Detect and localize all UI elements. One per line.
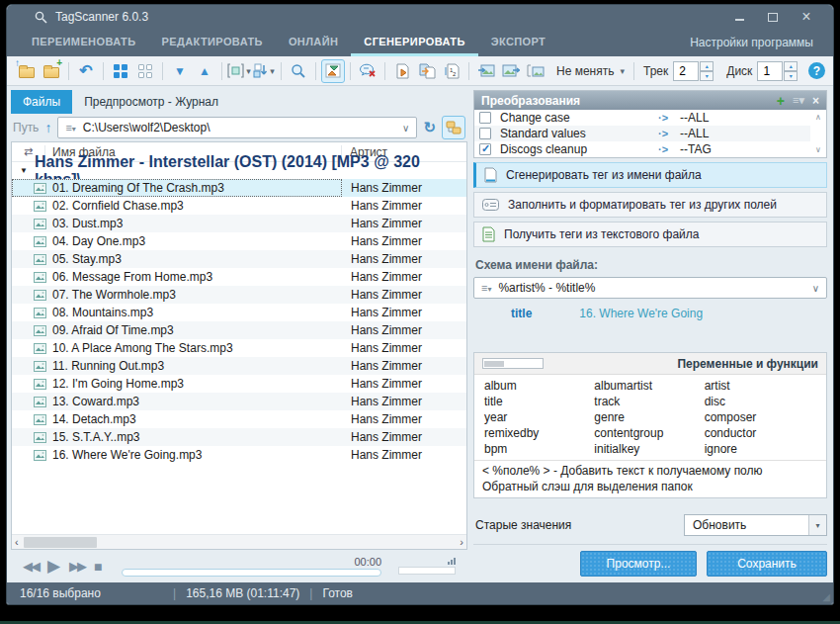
variable-item[interactable]: composer — [705, 409, 814, 425]
seek-bar[interactable] — [122, 569, 381, 577]
disc-down-icon[interactable]: ▾ — [784, 71, 798, 81]
play-button[interactable]: ▶ — [47, 556, 60, 577]
transforms-close-button[interactable]: × — [812, 94, 819, 108]
file-row[interactable]: 06. Message From Home.mp3 Hans Zimmer — [12, 268, 466, 286]
export-cover-button[interactable] — [499, 59, 523, 83]
track-spinner[interactable]: 2 ▴▾ — [673, 61, 714, 81]
tab-files[interactable]: Файлы — [11, 90, 72, 114]
transform-checkbox[interactable] — [479, 128, 491, 139]
file-row[interactable]: 07. The Wormhole.mp3 Hans Zimmer — [12, 286, 466, 304]
action-get-tags-from-textfile[interactable]: Получить теги из текстового файла — [473, 222, 827, 247]
sort-toggle-button[interactable] — [321, 59, 345, 83]
scroll-up-icon[interactable]: ∧ — [815, 113, 821, 122]
menu-tab[interactable]: ОНЛАЙН — [276, 29, 351, 56]
refresh-button[interactable]: ↻ — [423, 119, 436, 136]
old-values-dropdown[interactable]: Обновить ▾ — [684, 514, 827, 536]
next-track-button[interactable]: ▶▶ — [69, 559, 85, 574]
variable-item[interactable]: bpm — [484, 441, 594, 457]
path-history-icon[interactable]: ≡▾ — [65, 122, 75, 134]
disc-value[interactable]: 1 — [757, 61, 783, 81]
menu-tab[interactable]: ЭКСПОРТ — [478, 29, 559, 56]
file-row[interactable]: 04. Day One.mp3 Hans Zimmer — [12, 232, 466, 250]
file-row[interactable]: 15. S.T.A.Y..mp3 Hans Zimmer — [12, 428, 466, 446]
scheme-combobox[interactable]: ≡▾ %artist% - %title% ∨ — [473, 277, 827, 299]
track-value[interactable]: 2 — [673, 61, 699, 81]
path-dropdown-icon[interactable]: ∨ — [402, 123, 409, 134]
select-all-button[interactable] — [109, 59, 132, 83]
play-file-button[interactable] — [390, 59, 414, 83]
copy-tags-button[interactable] — [415, 59, 439, 83]
file-row[interactable]: 05. Stay.mp3 Hans Zimmer — [12, 250, 466, 268]
scrollbar-thumb[interactable] — [24, 537, 97, 548]
scheme-dropdown-icon[interactable]: ∨ — [812, 283, 819, 294]
variable-item[interactable]: initialkey — [594, 441, 704, 457]
track-down-icon[interactable]: ▾ — [700, 71, 714, 81]
file-row[interactable]: 10. A Place Among The Stars.mp3 Hans Zim… — [12, 339, 466, 357]
horizontal-scrollbar[interactable]: ‹ › — [12, 534, 466, 549]
file-row[interactable]: 09. Afraid Of Time.mp3 Hans Zimmer — [12, 321, 466, 339]
program-settings-link[interactable]: Настройки программы — [676, 29, 827, 56]
transform-checkbox[interactable] — [479, 112, 491, 124]
path-combobox[interactable]: ≡▾ C:\Users\wolf2\Desktop\ ∨ — [57, 117, 417, 138]
stop-button[interactable]: ■ — [94, 559, 102, 575]
minimize-button[interactable] — [722, 7, 756, 27]
selection-mode-button[interactable]: ▾ — [227, 59, 251, 83]
transforms-menu-button[interactable]: ≡▾ — [793, 94, 804, 107]
add-folder-button[interactable]: + — [40, 59, 63, 83]
file-row[interactable]: 14. Detach.mp3 Hans Zimmer — [12, 410, 466, 428]
folder-tree-toggle[interactable] — [442, 116, 465, 139]
file-row[interactable]: 13. Coward.mp3 Hans Zimmer — [12, 393, 466, 410]
close-button[interactable]: × — [790, 7, 823, 27]
help-button[interactable]: ? — [808, 62, 825, 79]
old-values-caret-icon[interactable]: ▾ — [808, 515, 826, 535]
add-transform-button[interactable]: + — [777, 93, 785, 109]
transform-row[interactable]: Discogs cleanup ·> --TAG — [474, 141, 810, 157]
file-row[interactable]: 11. Running Out.mp3 Hans Zimmer — [12, 357, 466, 375]
move-down-button[interactable]: ▼ — [168, 59, 192, 83]
menu-tab[interactable]: ПЕРЕИМЕНОВАТЬ — [19, 29, 148, 56]
variable-item[interactable]: track — [594, 394, 704, 409]
import-cover-button[interactable] — [474, 59, 498, 83]
folder-up-button[interactable]: ↑ — [44, 120, 51, 135]
folder-row[interactable]: ▼ Hans Zimmer - Interstellar (OST) (2014… — [12, 162, 466, 179]
action-generate-tag-from-filename[interactable]: Сгенерировать тег из имени файла — [473, 162, 827, 188]
transform-row[interactable]: Standard values ·> --ALL — [474, 126, 810, 141]
variable-item[interactable]: album — [484, 378, 594, 394]
variable-item[interactable]: conductor — [705, 425, 814, 441]
renumber-button[interactable]: 12 — [440, 59, 463, 83]
file-row[interactable]: 12. I'm Going Home.mp3 Hans Zimmer — [12, 375, 466, 393]
clear-comments-button[interactable] — [356, 59, 379, 83]
variable-item[interactable]: year — [484, 409, 594, 425]
transform-checkbox[interactable] — [479, 143, 491, 155]
file-row[interactable]: 08. Mountains.mp3 Hans Zimmer — [12, 304, 466, 321]
search-button[interactable] — [287, 59, 310, 83]
collapse-triangle-icon[interactable]: ▼ — [20, 166, 28, 175]
deselect-all-button[interactable] — [133, 59, 157, 83]
variable-item[interactable]: disc — [705, 394, 814, 409]
disc-up-icon[interactable]: ▴ — [784, 61, 798, 71]
transform-row[interactable]: Change case ·> --ALL — [474, 110, 810, 126]
scroll-right-icon[interactable]: › — [460, 536, 463, 548]
move-up-button[interactable]: ▲ — [193, 59, 216, 83]
track-up-icon[interactable]: ▴ — [700, 61, 714, 71]
preview-button[interactable]: Просмотр... — [580, 551, 697, 577]
menu-tab[interactable]: РЕДАКТИРОВАТЬ — [148, 29, 275, 56]
scroll-left-icon[interactable]: ‹ — [15, 536, 19, 548]
variable-item[interactable]: title — [484, 394, 594, 409]
file-row[interactable]: 16. Where We're Going.mp3 Hans Zimmer — [12, 446, 466, 464]
variable-item[interactable]: contentgroup — [594, 425, 704, 441]
volume-slider[interactable] — [398, 567, 456, 575]
file-row[interactable]: 01. Dreaming Of The Crash.mp3 Hans Zimme… — [12, 179, 466, 197]
undo-button[interactable]: ↶ — [74, 59, 98, 83]
tab-preview-log[interactable]: Предпросмотр - Журнал — [72, 90, 230, 114]
action-fill-format-tag[interactable]: Заполнить и форматировать тег из других … — [473, 192, 827, 218]
transforms-scrollbar[interactable]: ∧ ∨ — [811, 111, 825, 156]
previous-track-button[interactable]: ◀◀ — [23, 559, 39, 574]
disc-spinner[interactable]: 1 ▴▾ — [757, 61, 798, 81]
maximize-button[interactable] — [756, 7, 790, 27]
scroll-down-icon[interactable]: ∨ — [815, 145, 821, 154]
variables-search-box[interactable] — [482, 358, 544, 369]
open-folder-button[interactable]: ↑ — [15, 59, 39, 83]
menu-tab[interactable]: СГЕНЕРИРОВАТЬ — [351, 29, 477, 56]
variable-item[interactable]: genre — [594, 409, 704, 425]
